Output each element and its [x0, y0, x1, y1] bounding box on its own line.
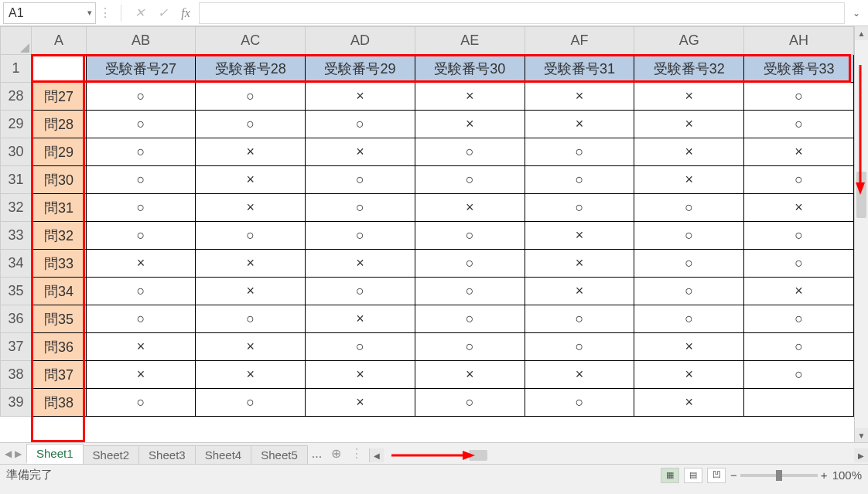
- data-cell[interactable]: ×: [415, 83, 525, 111]
- data-cell[interactable]: ○: [634, 305, 744, 333]
- tab-bar-grip[interactable]: ⋮: [346, 446, 369, 461]
- data-cell[interactable]: ○: [196, 111, 306, 138]
- sheet-tab[interactable]: Sheet4: [195, 445, 252, 464]
- column-header[interactable]: AD: [306, 27, 415, 55]
- row-header[interactable]: 32: [1, 194, 32, 222]
- question-label-cell[interactable]: 問27: [32, 83, 86, 111]
- data-cell[interactable]: ×: [744, 194, 854, 222]
- data-cell[interactable]: ○: [86, 138, 196, 166]
- question-label-cell[interactable]: 問28: [32, 111, 86, 138]
- column-header[interactable]: AF: [525, 27, 634, 55]
- name-box[interactable]: A1 ▾: [3, 2, 96, 24]
- data-cell[interactable]: ×: [634, 389, 744, 417]
- zoom-track[interactable]: [740, 474, 818, 477]
- exam-number-header-cell[interactable]: 受験番号30: [415, 55, 525, 83]
- data-cell[interactable]: ×: [525, 111, 634, 138]
- scroll-down-button[interactable]: ▼: [855, 428, 868, 442]
- row-header[interactable]: 28: [1, 83, 32, 111]
- data-cell[interactable]: ×: [525, 250, 634, 278]
- data-cell[interactable]: ×: [525, 361, 634, 389]
- data-cell[interactable]: ×: [306, 305, 415, 333]
- question-label-cell[interactable]: 問38: [32, 389, 86, 417]
- data-cell[interactable]: ○: [306, 111, 415, 138]
- data-cell[interactable]: ○: [744, 250, 854, 278]
- column-header[interactable]: AE: [415, 27, 525, 55]
- data-cell[interactable]: ○: [634, 194, 744, 222]
- zoom-knob[interactable]: [776, 470, 782, 481]
- data-cell[interactable]: ○: [86, 111, 196, 138]
- data-cell[interactable]: ○: [86, 305, 196, 333]
- column-header[interactable]: AH: [744, 27, 854, 55]
- data-cell[interactable]: ×: [86, 333, 196, 361]
- exam-number-header-cell[interactable]: 受験番号33: [744, 55, 854, 83]
- column-header[interactable]: A: [32, 27, 86, 55]
- row-header[interactable]: 29: [1, 111, 32, 138]
- data-cell[interactable]: ○: [525, 166, 634, 194]
- column-header[interactable]: AG: [634, 27, 744, 55]
- sheet-tab[interactable]: Sheet5: [251, 445, 308, 464]
- exam-number-header-cell[interactable]: 受験番号28: [196, 55, 306, 83]
- data-cell[interactable]: ×: [415, 111, 525, 138]
- data-cell[interactable]: ○: [634, 250, 744, 278]
- data-cell[interactable]: [744, 389, 854, 417]
- sheet-tab[interactable]: Sheet1: [26, 444, 84, 464]
- formula-bar-grip[interactable]: ⋮: [99, 5, 113, 20]
- data-cell[interactable]: ×: [634, 333, 744, 361]
- data-cell[interactable]: ×: [634, 138, 744, 166]
- question-label-cell[interactable]: 問33: [32, 250, 86, 278]
- data-cell[interactable]: ×: [196, 138, 306, 166]
- sheet-tab[interactable]: Sheet3: [138, 445, 196, 464]
- data-cell[interactable]: ×: [86, 361, 196, 389]
- scroll-thumb-horizontal[interactable]: [469, 450, 487, 461]
- vertical-scrollbar[interactable]: ▲ ▼: [854, 26, 868, 442]
- formula-bar-expand-button[interactable]: ⌄: [848, 8, 865, 19]
- exam-number-header-cell[interactable]: 受験番号31: [525, 55, 634, 83]
- data-cell[interactable]: ○: [306, 222, 415, 250]
- row-header[interactable]: 36: [1, 305, 32, 333]
- zoom-slider[interactable]: − +: [730, 468, 828, 482]
- data-cell[interactable]: ×: [196, 278, 306, 305]
- insert-function-button[interactable]: fx: [176, 3, 196, 23]
- scroll-track-horizontal[interactable]: [384, 448, 854, 462]
- data-cell[interactable]: ○: [744, 83, 854, 111]
- data-cell[interactable]: ○: [196, 83, 306, 111]
- row-header[interactable]: 1: [1, 55, 32, 83]
- name-box-dropdown-icon[interactable]: ▾: [87, 8, 92, 18]
- scroll-thumb-vertical[interactable]: [856, 172, 866, 218]
- data-cell[interactable]: ○: [525, 194, 634, 222]
- data-cell[interactable]: ×: [196, 333, 306, 361]
- data-cell[interactable]: ×: [306, 250, 415, 278]
- data-cell[interactable]: ○: [86, 194, 196, 222]
- data-cell[interactable]: ○: [525, 389, 634, 417]
- data-cell[interactable]: ×: [196, 250, 306, 278]
- data-cell[interactable]: ○: [86, 166, 196, 194]
- data-cell[interactable]: ×: [634, 83, 744, 111]
- question-label-cell[interactable]: 問34: [32, 278, 86, 305]
- row-header[interactable]: 30: [1, 138, 32, 166]
- row-header[interactable]: 39: [1, 389, 32, 417]
- data-cell[interactable]: ○: [415, 222, 525, 250]
- worksheet-grid[interactable]: AABACADAEAFAGAH 1受験番号27受験番号28受験番号29受験番号3…: [0, 26, 854, 442]
- normal-view-button[interactable]: ▦: [661, 468, 679, 483]
- data-cell[interactable]: ○: [744, 222, 854, 250]
- data-cell[interactable]: ○: [415, 333, 525, 361]
- data-cell[interactable]: ○: [415, 389, 525, 417]
- data-cell[interactable]: ○: [196, 389, 306, 417]
- question-label-cell[interactable]: 問32: [32, 222, 86, 250]
- data-cell[interactable]: ×: [306, 138, 415, 166]
- formula-input[interactable]: [199, 2, 845, 24]
- scroll-left-button[interactable]: ◀: [370, 448, 384, 462]
- data-cell[interactable]: ○: [196, 222, 306, 250]
- page-layout-view-button[interactable]: ▤: [684, 468, 702, 483]
- data-cell[interactable]: ×: [86, 250, 196, 278]
- data-cell[interactable]: ○: [525, 333, 634, 361]
- data-cell[interactable]: ○: [744, 305, 854, 333]
- question-label-cell[interactable]: 問36: [32, 333, 86, 361]
- data-cell[interactable]: ○: [196, 305, 306, 333]
- question-label-cell[interactable]: 問35: [32, 305, 86, 333]
- row-header[interactable]: 33: [1, 222, 32, 250]
- sheet-nav-next-button[interactable]: ▶: [15, 448, 22, 459]
- question-label-cell[interactable]: 問31: [32, 194, 86, 222]
- row-header[interactable]: 35: [1, 278, 32, 305]
- row-header[interactable]: 31: [1, 166, 32, 194]
